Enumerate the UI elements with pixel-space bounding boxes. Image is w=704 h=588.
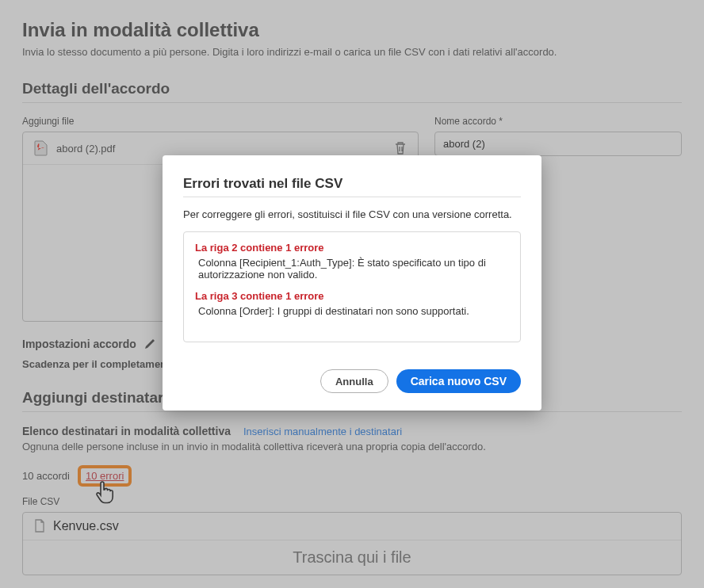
recipients-list-title: Elenco destinatari in modalità collettiv…: [22, 425, 231, 437]
details-section-title: Dettagli dell'accordo: [22, 80, 682, 103]
csv-dropzone[interactable]: Trascina qui i file: [23, 540, 681, 575]
file-name: abord (2).pdf: [56, 143, 394, 155]
agreement-name-label: Nome accordo *: [434, 116, 682, 127]
agreement-name-input[interactable]: [434, 132, 682, 156]
error-body: Colonna [Recipient_1:Auth_Type]: È stato…: [195, 257, 509, 281]
cursor-hand-icon: [94, 479, 116, 505]
pencil-icon[interactable]: [144, 338, 155, 349]
dialog-subtitle: Per correggere gli errori, sostituisci i…: [183, 208, 521, 220]
error-dialog: Errori trovati nel file CSV Per corregge…: [163, 155, 541, 410]
csv-label: File CSV: [22, 496, 682, 507]
add-file-label: Aggiungi file: [22, 116, 419, 127]
trash-icon[interactable]: [394, 141, 407, 155]
error-heading: La riga 3 contiene 1 errore: [195, 290, 509, 302]
error-heading: La riga 2 contiene 1 errore: [195, 242, 509, 254]
csv-box: Kenvue.csv Trascina qui i file: [22, 512, 682, 575]
error-body: Colonna [Order]: I gruppi di destinatari…: [195, 305, 509, 317]
dialog-divider: [183, 197, 521, 197]
upload-csv-button[interactable]: Carica nuovo CSV: [396, 369, 521, 393]
page-title: Invia in modalità collettiva: [22, 19, 682, 41]
pdf-icon: [34, 140, 48, 156]
error-highlight: 10 errori: [78, 465, 132, 487]
csv-item: Kenvue.csv: [23, 513, 681, 540]
agreements-count: 10 accordi: [22, 470, 70, 482]
manual-entry-link[interactable]: Inserisci manualmente i destinatari: [243, 426, 402, 437]
csv-filename: Kenvue.csv: [53, 519, 119, 533]
recipients-subtitle: Ognuna delle persone incluse in un invio…: [22, 441, 682, 452]
error-list[interactable]: La riga 2 contiene 1 errore Colonna [Rec…: [183, 231, 521, 342]
page-subtitle: Invia lo stesso documento a più persone.…: [22, 46, 682, 58]
dialog-title: Errori trovati nel file CSV: [183, 176, 521, 192]
deadline-label: Scadenza per il completamento: [22, 358, 176, 370]
cancel-button[interactable]: Annulla: [320, 369, 388, 393]
settings-title: Impostazioni accordo: [22, 338, 136, 350]
document-icon: [34, 519, 45, 533]
